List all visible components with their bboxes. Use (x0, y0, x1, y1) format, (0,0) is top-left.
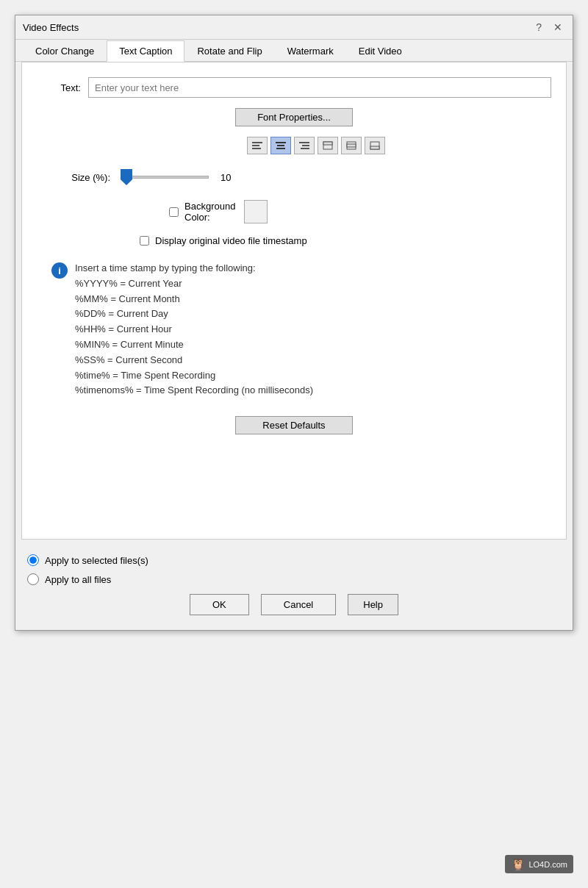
info-icon: i (51, 262, 68, 279)
content-panel: Text: Font Properties... (21, 62, 567, 540)
svg-rect-10 (323, 142, 332, 145)
reset-section: Reset Defaults (37, 416, 551, 434)
timestamp-row: Display original video file timestamp (140, 235, 551, 246)
help-button[interactable]: Help (348, 594, 398, 615)
bg-color-row: BackgroundColor: (169, 200, 551, 223)
svg-rect-14 (370, 146, 379, 149)
tab-text-caption[interactable]: Text Caption (107, 40, 184, 62)
slider-thumb[interactable] (121, 169, 132, 185)
align-center-button[interactable] (270, 137, 291, 154)
align-left-button[interactable] (247, 137, 268, 154)
tab-watermark[interactable]: Watermark (275, 40, 346, 62)
tabs-bar: Color Change Text Caption Rotate and Fli… (15, 40, 573, 62)
font-properties-button[interactable]: Font Properties... (235, 108, 353, 126)
window-title: Video Effects (23, 22, 79, 33)
title-bar: Video Effects ? ✕ (15, 15, 573, 40)
size-label: Size (%): (37, 172, 110, 183)
svg-rect-4 (277, 145, 284, 146)
apply-selected-radio[interactable] (27, 554, 39, 566)
apply-all-radio[interactable] (27, 573, 39, 585)
help-icon-title[interactable]: ? (533, 20, 545, 35)
align-buttons-group (247, 137, 385, 154)
svg-rect-3 (276, 142, 286, 143)
tab-color-change[interactable]: Color Change (23, 40, 107, 62)
apply-selected-label: Apply to selected files(s) (45, 555, 148, 566)
background-color-checkbox[interactable] (169, 207, 179, 217)
info-block: i Insert a time stamp by typing the foll… (51, 261, 551, 398)
svg-rect-12 (347, 144, 356, 147)
position-bottom-button[interactable] (365, 137, 385, 154)
tab-edit-video[interactable]: Edit Video (346, 40, 415, 62)
svg-rect-6 (299, 142, 309, 143)
svg-rect-1 (252, 145, 259, 146)
info-text: Insert a time stamp by typing the follow… (75, 261, 313, 398)
timestamp-checkbox[interactable] (140, 236, 149, 246)
position-top-button[interactable] (318, 137, 338, 154)
background-color-label: BackgroundColor: (184, 201, 235, 223)
text-input[interactable] (88, 77, 551, 98)
video-effects-window: Video Effects ? ✕ Color Change Text Capt… (15, 15, 573, 631)
tab-rotate-flip[interactable]: Rotate and Flip (184, 40, 274, 62)
cancel-button[interactable]: Cancel (261, 594, 336, 615)
position-middle-button[interactable] (341, 137, 362, 154)
apply-selected-radio-row[interactable]: Apply to selected files(s) (27, 554, 561, 566)
svg-rect-7 (302, 145, 309, 146)
close-icon[interactable]: ✕ (551, 20, 565, 35)
size-value: 10 (220, 172, 243, 183)
size-slider[interactable] (121, 166, 209, 188)
reset-defaults-button[interactable]: Reset Defaults (235, 416, 353, 434)
bottom-section: Apply to selected files(s) Apply to all … (15, 545, 573, 630)
ok-button[interactable]: OK (190, 594, 249, 615)
svg-rect-0 (252, 142, 262, 143)
size-row: Size (%): 10 (37, 166, 551, 188)
font-section: Font Properties... (37, 108, 551, 166)
align-right-button[interactable] (294, 137, 315, 154)
svg-rect-2 (252, 148, 261, 149)
dialog-buttons: OK Cancel Help (27, 594, 561, 624)
background-color-swatch[interactable] (244, 200, 268, 223)
apply-all-radio-row[interactable]: Apply to all files (27, 573, 561, 585)
window-controls: ? ✕ (533, 20, 565, 35)
text-row: Text: (37, 77, 551, 98)
slider-track (121, 176, 209, 179)
timestamp-label: Display original video file timestamp (155, 235, 307, 246)
text-label: Text: (37, 82, 81, 93)
svg-rect-5 (276, 148, 285, 149)
svg-rect-8 (301, 148, 309, 149)
apply-all-label: Apply to all files (45, 574, 111, 585)
